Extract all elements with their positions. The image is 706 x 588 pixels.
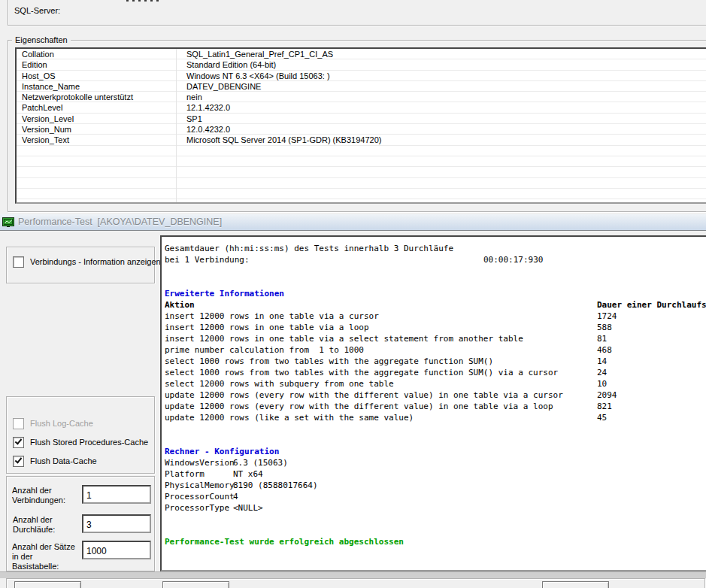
checkbox-box-icon[interactable] bbox=[13, 256, 24, 268]
flush-data-cache-label: Flush Data-Cache bbox=[30, 456, 97, 465]
config-row: PlatformNT x64 bbox=[165, 468, 706, 480]
flush-options-groupbox: Flush Log-Cache Flush Stored Procedures-… bbox=[6, 396, 155, 474]
config-value: 4 bbox=[233, 492, 238, 502]
connection-info-label: Verbindungs - Information anzeigen bbox=[30, 257, 161, 266]
base-table-rows-input[interactable] bbox=[82, 541, 151, 559]
connection-info-checkbox[interactable]: Verbindungs - Information anzeigen bbox=[13, 256, 161, 267]
property-row[interactable]: Version_TextMicrosoft SQL Server 2014 (S… bbox=[17, 135, 706, 145]
window-title: Performance-Test [AKOYA\DATEV_DBENGINE] bbox=[18, 214, 222, 229]
bottom-divider bbox=[0, 571, 706, 578]
property-row[interactable]: Host_OSWindows NT 6.3 <X64> (Build 15063… bbox=[17, 71, 706, 81]
connections-count-input[interactable] bbox=[82, 485, 151, 504]
config-value: 6.3 (15063) bbox=[233, 458, 288, 468]
checkbox-checked-icon[interactable] bbox=[13, 456, 24, 467]
test-parameters-groupbox: Anzahl der Verbindungen: Anzahl der Durc… bbox=[6, 476, 155, 571]
connection-info-groupbox: Verbindungs - Information anzeigen bbox=[6, 247, 155, 283]
action-row: select 1000 rows from two tables with th… bbox=[165, 367, 706, 378]
property-name: Version_Level bbox=[17, 114, 181, 123]
duration-value: 45 bbox=[597, 412, 607, 423]
property-value: SP1 bbox=[181, 114, 202, 123]
property-value: SQL_Latin1_General_Pref_CP1_CI_AS bbox=[181, 49, 333, 59]
config-row: ProcessorType<NULL> bbox=[165, 502, 706, 514]
sql-server-groupbox: SQL-Server: bbox=[8, 0, 706, 26]
config-key: ProcessorType bbox=[165, 502, 233, 514]
properties-table[interactable]: CollationSQL_Latin1_General_Pref_CP1_CI_… bbox=[15, 47, 706, 204]
summary-line-2: bei 1 Verbindung: bbox=[165, 255, 250, 265]
eigenschaften-legend: Eigenschaften bbox=[12, 35, 71, 45]
duration-value: 2094 bbox=[597, 389, 617, 401]
flush-log-cache-label: Flush Log-Cache bbox=[30, 419, 93, 428]
duration-value: 468 bbox=[597, 344, 612, 356]
property-row-empty bbox=[17, 146, 706, 156]
property-value: Windows NT 6.3 <X64> (Build 15063: ) bbox=[181, 71, 330, 80]
computer-config-heading: Rechner - Konfiguration bbox=[165, 447, 279, 456]
property-value: Microsoft SQL Server 2014 (SP1-GDR) (KB3… bbox=[181, 135, 381, 144]
flush-stored-procedures-checkbox[interactable]: Flush Stored Procedures-Cache bbox=[13, 437, 148, 447]
partial-button-2[interactable] bbox=[162, 581, 229, 588]
base-table-rows-label: Anzahl der Sätze in der Basistabelle: bbox=[12, 542, 80, 571]
test-output-area[interactable]: Gesamtdauer (hh:mi:ss:ms) des Tests inne… bbox=[160, 235, 706, 571]
runs-count-input[interactable] bbox=[82, 514, 151, 533]
duration-value: 588 bbox=[597, 322, 612, 333]
duration-value: 10 bbox=[597, 378, 607, 389]
action-row: insert 12000 rows in one table via a loo… bbox=[165, 322, 706, 333]
property-row[interactable]: Instance_NameDATEV_DBENGINE bbox=[17, 81, 706, 92]
property-name: Netzwerkprotokolle unterstützt bbox=[17, 92, 181, 102]
flush-log-cache-checkbox: Flush Log-Cache bbox=[13, 418, 93, 429]
performance-test-titlebar[interactable]: Performance-Test [AKOYA\DATEV_DBENGINE] bbox=[0, 214, 706, 231]
property-row[interactable]: Version_Num12.0.4232.0 bbox=[17, 124, 706, 135]
duration-value: 14 bbox=[597, 356, 607, 367]
property-value: DATEV_DBENGINE bbox=[181, 81, 261, 91]
property-name: Instance_Name bbox=[17, 81, 181, 91]
partial-button-3[interactable] bbox=[542, 581, 609, 588]
partial-button-1[interactable] bbox=[14, 581, 81, 588]
runs-count-label: Anzahl der Durchläufe: bbox=[13, 515, 80, 535]
property-name: PatchLevel bbox=[17, 102, 181, 112]
property-row-empty bbox=[17, 167, 706, 177]
extended-info-heading: Erweiterte Informationen bbox=[165, 289, 284, 299]
sql-server-label: SQL-Server: bbox=[14, 6, 60, 15]
action-row: prime number calculation from 1 to 10004… bbox=[165, 344, 706, 356]
duration-value: 24 bbox=[597, 367, 607, 378]
config-value: NT x64 bbox=[233, 469, 263, 479]
config-key: ProcessorCount bbox=[165, 491, 233, 502]
clipped-text-fragment bbox=[126, 0, 161, 2]
config-value: 8190 (8588017664) bbox=[233, 480, 318, 490]
config-value: <NULL> bbox=[233, 503, 263, 513]
property-row[interactable]: CollationSQL_Latin1_General_Pref_CP1_CI_… bbox=[17, 49, 706, 59]
property-value: nein bbox=[181, 92, 202, 102]
property-name: Version_Num bbox=[17, 124, 181, 134]
property-value: 12.0.4232.0 bbox=[181, 124, 230, 134]
property-value: 12.1.4232.0 bbox=[181, 102, 230, 112]
application-window: SQL-Server: Eigenschaften CollationSQL_L… bbox=[0, 0, 706, 588]
flush-data-cache-checkbox[interactable]: Flush Data-Cache bbox=[13, 456, 97, 466]
action-row: update 12000 rows (every row with the di… bbox=[165, 389, 706, 401]
property-name: Edition bbox=[17, 59, 181, 69]
property-row[interactable]: EditionStandard Edition (64-bit) bbox=[17, 59, 706, 70]
column-divider bbox=[176, 49, 177, 202]
config-key: WindowsVersion bbox=[165, 457, 233, 468]
action-row: insert 12000 rows in one table via a sel… bbox=[165, 333, 706, 344]
config-row: WindowsVersion6.3 (15063) bbox=[165, 457, 706, 468]
property-row[interactable]: PatchLevel12.1.4232.0 bbox=[17, 102, 706, 113]
property-value: Standard Edition (64-bit) bbox=[181, 59, 276, 69]
action-row: update 12000 rows (like a set with the s… bbox=[165, 412, 706, 423]
duration-column-header: Dauer einer Durchlaufs bbox=[597, 299, 706, 311]
duration-value: 1724 bbox=[597, 311, 617, 322]
checkbox-checked-icon[interactable] bbox=[13, 437, 24, 448]
checkbox-box-icon bbox=[13, 418, 24, 429]
property-name: Version_Text bbox=[17, 135, 181, 144]
property-row[interactable]: Netzwerkprotokolle unterstütztnein bbox=[17, 92, 706, 102]
bottom-buttons-groupbox bbox=[6, 578, 705, 588]
action-row: update 12000 rows (every row with the di… bbox=[165, 401, 706, 412]
property-name: Collation bbox=[17, 49, 181, 59]
property-name: Host_OS bbox=[17, 71, 181, 80]
performance-test-icon bbox=[2, 216, 14, 228]
action-column-header: Aktion bbox=[165, 300, 195, 310]
property-row-empty bbox=[17, 189, 706, 199]
config-row: PhysicalMemory8190 (8588017664) bbox=[165, 480, 706, 491]
summary-line-1: Gesamtdauer (hh:mi:ss:ms) des Tests inne… bbox=[165, 244, 453, 253]
duration-value: 821 bbox=[597, 401, 612, 412]
success-message: Performance-Test wurde erfolgreich abges… bbox=[165, 537, 404, 547]
property-row[interactable]: Version_LevelSP1 bbox=[17, 114, 706, 124]
